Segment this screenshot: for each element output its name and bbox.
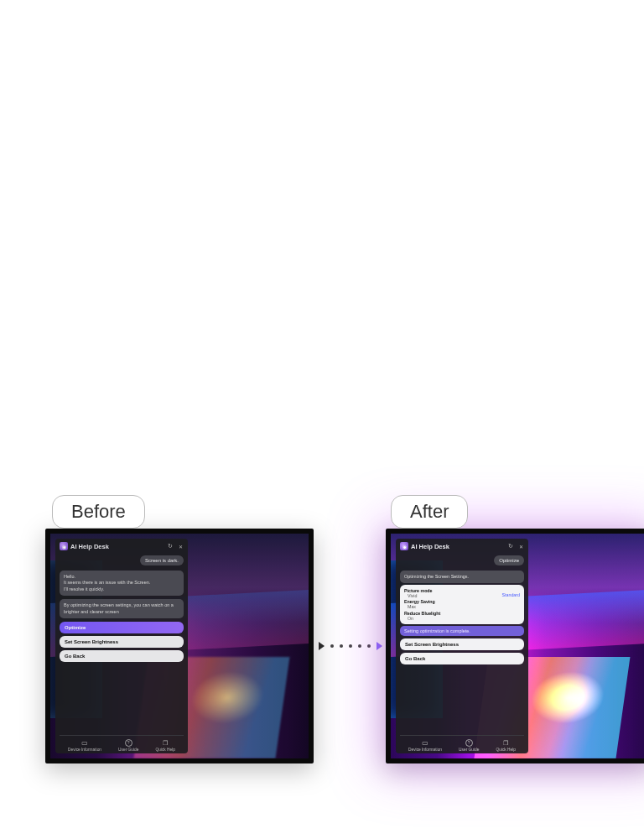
go-back-button[interactable]: Go Back xyxy=(60,650,184,662)
ai-logo-icon: ◉ xyxy=(60,542,68,550)
refresh-icon[interactable] xyxy=(167,543,174,550)
transition-arrow xyxy=(319,638,382,654)
refresh-icon[interactable] xyxy=(507,543,514,550)
triangle-right-icon xyxy=(377,642,382,650)
setting-picture-mode: Picture mode Vivid Standard xyxy=(404,588,520,597)
help-icon xyxy=(465,739,473,747)
close-icon[interactable] xyxy=(517,543,524,550)
quick-help-icon xyxy=(162,739,169,747)
remote-icon xyxy=(81,739,89,747)
panel-footer: Device Information User Guide Quick Help xyxy=(400,735,524,752)
user-guide-button[interactable]: User Guide xyxy=(459,739,479,752)
tv-after: ◉ AI Help Desk Optimize Optimizing the S… xyxy=(386,529,644,763)
system-message: By optimizing the screen settings, you c… xyxy=(60,599,184,618)
triangle-left-icon xyxy=(319,642,325,650)
help-icon xyxy=(125,739,132,747)
optimize-button[interactable]: Optimize xyxy=(60,622,184,633)
setting-energy-saving: Energy Saving Max xyxy=(404,599,520,609)
ai-logo-icon: ◉ xyxy=(400,542,408,550)
set-brightness-button[interactable]: Set Screen Brightness xyxy=(400,638,524,650)
before-label: Before xyxy=(52,495,145,529)
ai-help-desk-panel: ◉ AI Help Desk Optimize Optimizing the S… xyxy=(396,539,528,753)
close-icon[interactable] xyxy=(177,543,184,550)
panel-header: ◉ AI Help Desk xyxy=(400,542,524,554)
quick-help-button[interactable]: Quick Help xyxy=(496,739,515,752)
user-message: Optimize xyxy=(494,555,524,565)
device-information-button[interactable]: Device Information xyxy=(408,739,442,752)
settings-card: Picture mode Vivid Standard Energy Savin… xyxy=(400,585,524,624)
device-information-button[interactable]: Device Information xyxy=(68,739,101,752)
after-label: After xyxy=(391,495,468,529)
quick-help-button[interactable]: Quick Help xyxy=(155,739,174,752)
panel-title: AI Help Desk xyxy=(411,543,505,550)
panel-footer: Device Information User Guide Quick Help xyxy=(60,735,184,752)
set-brightness-button[interactable]: Set Screen Brightness xyxy=(60,636,184,648)
go-back-button[interactable]: Go Back xyxy=(400,653,524,664)
tv-before: ◉ AI Help Desk Screen is dark. Hello. It… xyxy=(45,529,314,763)
user-message: Screen is dark. xyxy=(140,555,184,565)
panel-header: ◉ AI Help Desk xyxy=(60,542,184,554)
user-guide-button[interactable]: User Guide xyxy=(118,739,138,752)
panel-title: AI Help Desk xyxy=(70,543,164,550)
system-message: Optimizing the Screen Settings. xyxy=(400,571,524,583)
status-message: Setting optimization is complete. xyxy=(400,626,524,636)
quick-help-icon xyxy=(502,739,510,747)
remote-icon xyxy=(422,739,429,747)
setting-reduce-bluelight: Reduce Bluelight On xyxy=(404,611,520,621)
system-message: Hello. It seems there is an issue with t… xyxy=(60,571,184,596)
ai-help-desk-panel: ◉ AI Help Desk Screen is dark. Hello. It… xyxy=(55,539,188,753)
